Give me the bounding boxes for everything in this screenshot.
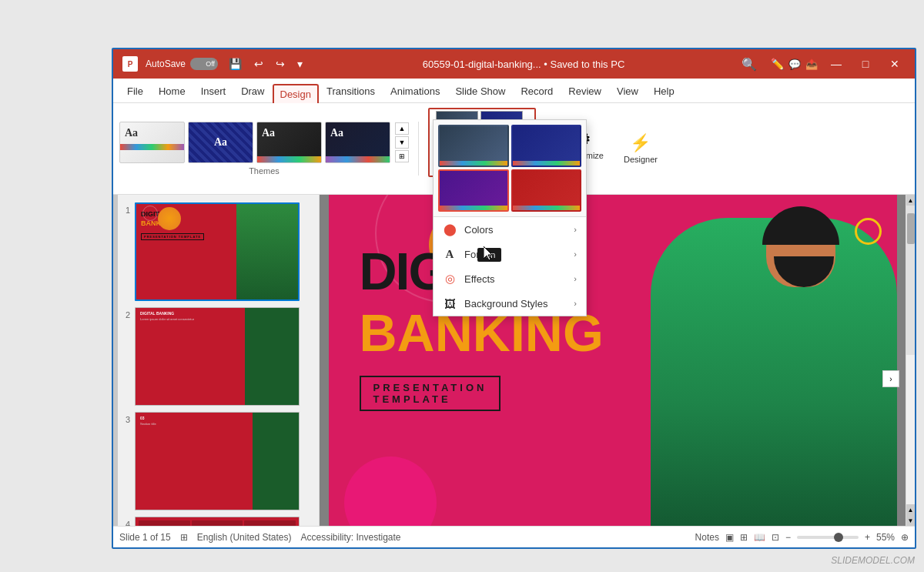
save-icon[interactable]: 💾 <box>226 56 245 72</box>
reading-view-icon[interactable]: 📖 <box>754 532 765 543</box>
slide-item-3[interactable]: 3 03 Section title <box>116 410 316 512</box>
tab-draw[interactable]: Draw <box>233 81 272 103</box>
colors-label: Colors <box>464 224 566 236</box>
app-logo: P <box>122 56 138 72</box>
background-styles-label: Background Styles <box>464 298 566 309</box>
language-label: English (United States) <box>197 532 292 543</box>
slide-thumb-2[interactable]: DIGITAL BANKING Lorem ipsum dolor sit am… <box>135 307 300 406</box>
ion-tooltip: Ion <box>477 248 501 262</box>
tab-help[interactable]: Help <box>646 81 682 103</box>
scroll-up-button[interactable]: ▲ <box>906 195 916 206</box>
slide-sorter-icon[interactable]: ⊞ <box>740 532 748 543</box>
zoom-level[interactable]: 55% <box>876 532 895 543</box>
pen-icon[interactable]: ✏️ <box>771 58 784 70</box>
effects-arrow-icon: › <box>574 274 577 283</box>
slide-item-1[interactable]: 1 DIGITAL BANKING PRESENTATION TEMPLATE <box>116 201 316 303</box>
effects-menu-item[interactable]: ◎ Effects › <box>434 266 586 291</box>
slide-item-2[interactable]: 2 DIGITAL BANKING Lorem ipsum dolor sit … <box>116 306 316 407</box>
slide-person-area <box>635 195 897 526</box>
fonts-arrow-icon: › <box>574 249 577 259</box>
tab-design[interactable]: Design <box>273 84 319 103</box>
scroll-thumb[interactable] <box>907 213 915 244</box>
slide-thumb-4[interactable] <box>135 517 300 526</box>
slide-panel-scrollbar[interactable] <box>113 195 118 526</box>
scroll-end-button[interactable]: ▲ <box>906 504 916 515</box>
background-styles-menu-item[interactable]: 🖼 Background Styles › <box>434 291 586 316</box>
redo-icon[interactable]: ↪ <box>273 56 288 72</box>
slide-num-1: 1 <box>119 206 130 215</box>
theme-item-1[interactable]: Aa <box>119 122 185 163</box>
normal-view-icon[interactable]: ▣ <box>725 532 734 543</box>
variants-thumbnail-grid <box>434 120 586 217</box>
tab-animations[interactable]: Animations <box>383 81 447 103</box>
autosave-group: AutoSave <box>146 58 218 70</box>
share-icon[interactable]: 📤 <box>805 59 818 70</box>
comments-icon[interactable]: 💬 <box>788 59 801 70</box>
designer-button[interactable]: ⚡ Designer <box>615 124 666 173</box>
quick-access-toolbar: 💾 ↩ ↪ ▾ <box>226 56 306 72</box>
notes-button[interactable]: Notes <box>695 532 719 543</box>
statusbar-right: Notes ▣ ⊞ 📖 ⊡ − + 55% ⊕ <box>695 532 909 543</box>
zoom-in-icon[interactable]: + <box>865 532 870 543</box>
variant-thumb-2[interactable] <box>511 125 582 167</box>
maximize-button[interactable]: □ <box>855 55 876 73</box>
tab-slideshow[interactable]: Slide Show <box>447 81 513 103</box>
theme-grid: Aa Aa Aa Aa <box>119 122 409 163</box>
slide-item-4[interactable]: 4 <box>116 515 316 526</box>
theme-item-3[interactable]: Aa <box>256 122 322 163</box>
theme-item-4[interactable]: Aa <box>325 122 390 163</box>
minimize-button[interactable]: — <box>825 55 847 73</box>
theme-scroll-more[interactable]: ⊞ <box>395 150 409 162</box>
variants-popup: ⬤ Colors › A Fonts › ◎ Effects › 🖼 Backg… <box>433 119 587 316</box>
fonts-icon: A <box>443 247 457 261</box>
slide-thumb-3[interactable]: 03 Section title <box>135 412 300 510</box>
undo-icon[interactable]: ↩ <box>251 56 266 72</box>
status-bar: Slide 1 of 15 ⊞ English (United States) … <box>113 526 915 547</box>
tab-file[interactable]: File <box>119 81 151 103</box>
tab-insert[interactable]: Insert <box>193 81 234 103</box>
panel-collapse-button[interactable]: › <box>882 370 899 387</box>
autosave-label: AutoSave <box>146 59 186 69</box>
slide-subtitle: PRESENTATIONTEMPLATE <box>360 376 501 411</box>
fit-slide-icon[interactable]: ⊕ <box>901 532 909 543</box>
zoom-slider[interactable] <box>797 536 859 539</box>
window-controls: ✏️ 💬 📤 <box>771 58 818 70</box>
colors-menu-item[interactable]: ⬤ Colors › <box>434 217 586 242</box>
title-bar: P AutoSave 💾 ↩ ↪ ▾ 60559-01-digital-bank… <box>113 49 915 79</box>
scroll-track[interactable] <box>906 206 916 355</box>
tab-transitions[interactable]: Transitions <box>319 81 383 103</box>
scroll-down-button[interactable]: ▼ <box>906 515 916 526</box>
close-button[interactable]: ✕ <box>884 55 906 73</box>
theme-item-2[interactable]: Aa <box>188 122 253 163</box>
effects-icon: ◎ <box>443 272 457 286</box>
slide-panel: 1 DIGITAL BANKING PRESENTATION TEMPLATE … <box>113 195 320 526</box>
autosave-toggle[interactable] <box>190 58 218 70</box>
zoom-thumb[interactable] <box>834 533 843 542</box>
slide-icon[interactable]: ⊞ <box>180 532 188 543</box>
deco-circle-pink <box>344 457 437 526</box>
slide-thumb-1[interactable]: DIGITAL BANKING PRESENTATION TEMPLATE <box>135 202 300 301</box>
tab-view[interactable]: View <box>609 81 646 103</box>
slide-main: DIGITA BANKING PRESENTATIONTEMPLATE <box>329 195 897 526</box>
tab-record[interactable]: Record <box>513 81 561 103</box>
ribbon-tab-bar: File Home Insert Draw Design Transitions… <box>113 79 915 103</box>
right-scrollbar: ▲ ▲ ▼ <box>906 195 915 526</box>
variant-thumb-3-selected[interactable] <box>438 169 509 212</box>
tab-review[interactable]: Review <box>561 81 609 103</box>
variant-thumb-4[interactable] <box>511 169 582 212</box>
theme-scroll-down[interactable]: ▼ <box>395 136 409 149</box>
theme-scroll-up[interactable]: ▲ <box>395 122 409 135</box>
variant-thumb-1[interactable] <box>438 125 509 167</box>
accessibility-label[interactable]: Accessibility: Investigate <box>300 532 400 543</box>
designer-icon: ⚡ <box>630 133 651 153</box>
search-icon[interactable]: 🔍 <box>742 57 757 72</box>
zoom-out-icon[interactable]: − <box>785 532 791 543</box>
fonts-menu-item[interactable]: A Fonts › <box>434 242 586 266</box>
slide-num-3: 3 <box>119 415 130 424</box>
sep1 <box>418 122 419 176</box>
slide-num-2: 2 <box>119 310 130 319</box>
presenter-view-icon[interactable]: ⊡ <box>772 532 779 543</box>
more-icon[interactable]: ▾ <box>294 56 306 72</box>
designer-label: Designer <box>624 155 658 164</box>
tab-home[interactable]: Home <box>151 81 193 103</box>
